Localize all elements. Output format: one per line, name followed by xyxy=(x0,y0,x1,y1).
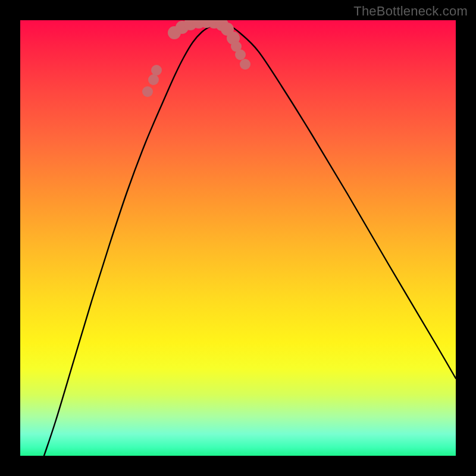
marker-dot xyxy=(240,59,250,70)
profile-curve xyxy=(44,23,456,456)
marker-dot xyxy=(235,49,246,60)
profile-curve-group xyxy=(44,23,456,456)
marker-dot xyxy=(148,74,159,85)
marker-dot xyxy=(142,86,153,97)
marker-dot xyxy=(151,65,162,76)
marker-dots-group xyxy=(142,20,250,97)
chart-frame: TheBottleneck.com xyxy=(0,0,476,476)
chart-svg xyxy=(20,20,456,456)
plot-area xyxy=(20,20,456,456)
watermark-text: TheBottleneck.com xyxy=(353,4,468,19)
